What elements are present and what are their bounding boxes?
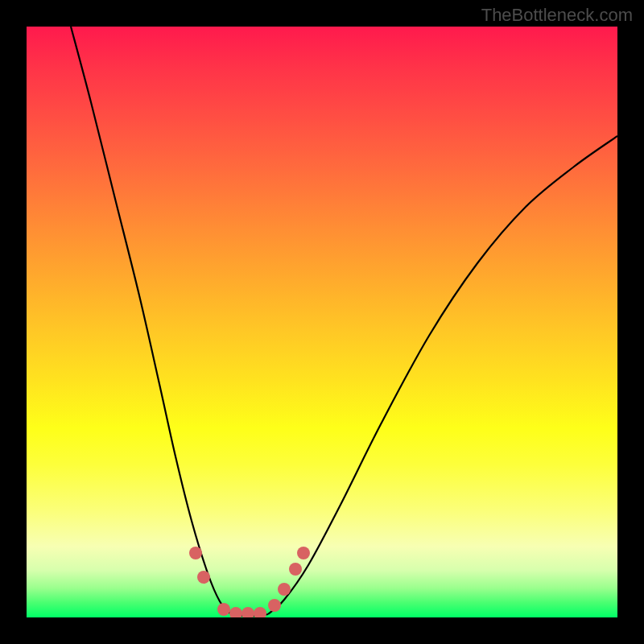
bottleneck-marker (254, 607, 266, 617)
bottleneck-marker (189, 547, 202, 559)
bottleneck-marker (297, 547, 310, 559)
bottleneck-marker (278, 583, 291, 596)
bottleneck-marker (268, 599, 281, 612)
bottleneck-marker (229, 607, 242, 617)
chart-frame: TheBottleneck.com (0, 0, 644, 644)
plot-area (27, 27, 617, 617)
curve-group (71, 27, 617, 616)
watermark-text: TheBottleneck.com (481, 5, 633, 26)
bottleneck-marker (289, 563, 302, 576)
bottleneck-marker (197, 571, 210, 584)
right-branch-curve (268, 136, 617, 614)
left-branch-curve (71, 27, 231, 614)
marker-group (189, 547, 310, 617)
bottleneck-marker (242, 607, 254, 617)
bottleneck-marker (217, 603, 230, 616)
chart-svg (27, 27, 617, 617)
